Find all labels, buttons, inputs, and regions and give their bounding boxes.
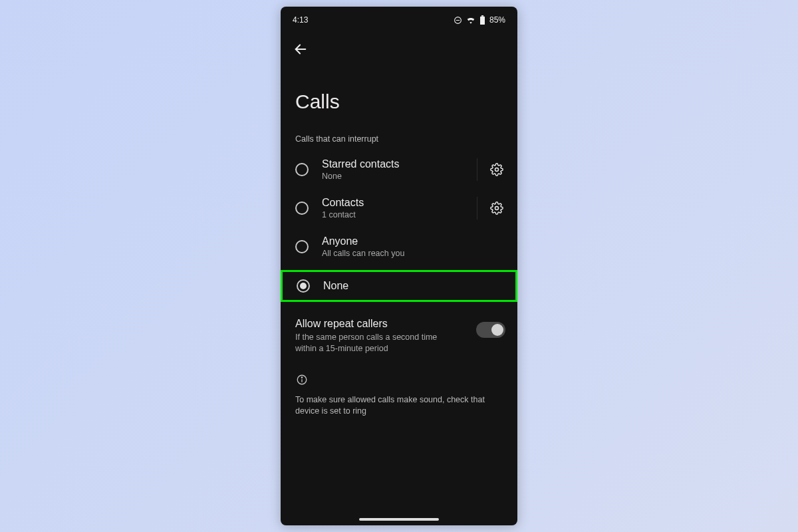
repeat-callers-switch[interactable] [476,322,505,338]
option-text: None [323,280,507,292]
option-settings-divider [477,197,508,219]
svg-point-6 [495,207,499,210]
option-text: Starred contacts None [322,158,471,181]
svg-point-5 [495,168,499,172]
dnd-icon [454,16,462,25]
battery-percent: 85% [489,15,505,25]
radio-icon [295,201,309,215]
option-subtitle: 1 contact [322,210,471,219]
info-icon [295,373,309,386]
svg-rect-3 [481,15,484,17]
page-title: Calls [281,59,517,134]
toggle-text: Allow repeat callers If the same person … [295,318,476,354]
hint-text: To make sure allowed calls make sound, c… [281,390,517,418]
back-button[interactable] [291,40,310,59]
section-label: Calls that can interrupt [281,134,517,150]
info-row [281,357,517,390]
option-subtitle: All calls can reach you [322,249,508,258]
phone-frame: 4:13 85% Calls Calls that can interrupt … [281,7,517,525]
gear-icon [490,163,503,176]
status-icons: 85% [454,15,505,25]
wifi-icon [466,16,475,24]
battery-icon [479,15,485,25]
option-title: Starred contacts [322,158,471,170]
svg-rect-2 [480,17,485,25]
gear-icon [490,201,503,215]
option-title: Contacts [322,197,471,209]
option-subtitle: None [322,172,471,181]
svg-point-9 [301,377,302,378]
radio-icon [295,240,309,253]
radio-icon-selected [297,279,310,293]
status-time: 4:13 [293,15,308,25]
option-title: Anyone [322,235,508,247]
option-none[interactable]: None [282,270,516,302]
option-starred-contacts[interactable]: Starred contacts None [281,150,517,189]
contacts-settings-button[interactable] [485,197,508,219]
toggle-subtitle: If the same person calls a second time w… [295,332,455,354]
gesture-bar[interactable] [359,518,439,521]
radio-icon [295,163,309,176]
status-bar: 4:13 85% [281,9,517,31]
option-settings-divider [477,158,508,181]
app-bar [281,31,517,59]
option-title: None [323,280,507,292]
arrow-left-icon [293,42,308,57]
option-anyone[interactable]: Anyone All calls can reach you [281,227,517,266]
option-text: Contacts 1 contact [322,197,471,219]
option-text: Anyone All calls can reach you [322,235,508,258]
repeat-callers-row[interactable]: Allow repeat callers If the same person … [281,307,517,357]
starred-settings-button[interactable] [485,158,508,181]
toggle-title: Allow repeat callers [295,318,476,330]
option-contacts[interactable]: Contacts 1 contact [281,189,517,227]
